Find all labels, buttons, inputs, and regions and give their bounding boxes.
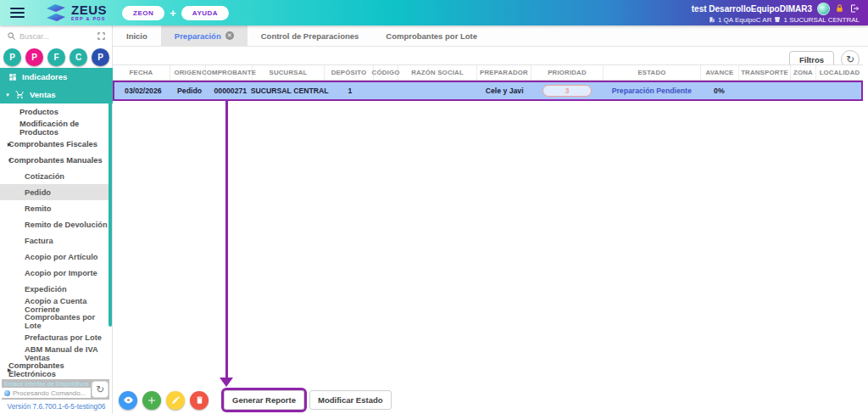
user-avatar[interactable] (817, 3, 830, 15)
table-row[interactable]: 03/02/2026Pedido00000271SUCURSAL CENTRAL… (113, 81, 863, 101)
ayuda-button[interactable]: AYUDA (181, 6, 229, 20)
expand-icon[interactable] (97, 31, 106, 41)
column-header-fecha[interactable]: FECHA (113, 65, 170, 80)
lock-icon[interactable] (835, 3, 844, 14)
cell-origen: Pedido (172, 82, 208, 99)
chevron-right-icon: ▶ (0, 142, 8, 147)
sidebar-item-label: Productos (19, 108, 58, 116)
sidebar-item-label: Acopio a Cuenta Corriente (25, 297, 109, 314)
view-button[interactable] (119, 391, 137, 410)
pencil-icon (171, 395, 181, 405)
quick-access-icons: PPFCP (0, 47, 113, 68)
user-box: test DesarrolloEquipoDIMAR3 1 QA EquipoC… (692, 3, 860, 24)
sidebar-item-remito-de-devolucion[interactable]: Remito de Devolución (0, 216, 109, 232)
sidebar-item-factura[interactable]: Factura (0, 232, 109, 249)
quick-icon-f-2[interactable]: F (47, 48, 65, 66)
sidebar-item-expedicion[interactable]: Expedición (0, 281, 109, 297)
chevron-down-icon: ▼ (5, 92, 10, 98)
quick-icon-p-4[interactable]: P (92, 48, 109, 66)
search-icon (7, 31, 16, 41)
sidebar-sections: Indicadores ▼ Ventas (0, 68, 113, 104)
sidebar-menu: ProductosModificación de Productos▶Compr… (0, 104, 109, 378)
sidebar-item-label: Acopio por Artículo (25, 253, 97, 261)
sidebar-item-ventas[interactable]: ▼ Ventas (0, 86, 113, 104)
logo-subtitle: ERP & POS (71, 17, 107, 22)
table-header: FECHAORIGENCOMPROBANTESUCURSALDEPÓSITOCÓ… (113, 64, 863, 81)
sidebar-item-label: Pedido (25, 188, 51, 197)
search-input[interactable] (19, 32, 86, 41)
store-icon (774, 16, 781, 23)
edit-button[interactable] (166, 391, 185, 410)
sidebar-item-abm-manual-de-iva-ventas[interactable]: ABM Manual de IVA Ventas (0, 345, 109, 361)
sidebar-item-acopio-por-articulo[interactable]: Acopio por Artículo (0, 249, 109, 265)
sidebar-item-label: Comprobantes Electrónicos (8, 361, 109, 378)
sidebar: PPFCP Indicadores ▼ Ventas ProductosModi… (0, 25, 113, 414)
building-icon (709, 16, 715, 23)
sidebar-item-label: Expedición (25, 285, 67, 294)
branch-label: 1 SUCURSAL CENTRAL (783, 16, 860, 24)
sidebar-item-modificacion-de-productos[interactable]: Modificación de Productos (0, 120, 109, 136)
column-header-preparador[interactable]: PREPARADOR (477, 65, 531, 80)
tab-label: Preparación (175, 31, 221, 41)
zeus-logo: ZEUS ERP & POS (45, 3, 107, 22)
logout-icon[interactable] (849, 3, 860, 14)
column-header-estado[interactable]: ESTADO (604, 65, 701, 80)
sidebar-item-productos[interactable]: Productos (0, 104, 109, 120)
cell-comprobante: 00000271 (207, 82, 253, 99)
tab-control-de-preparaciones[interactable]: Control de Preparaciones (248, 25, 373, 46)
add-button[interactable] (142, 391, 161, 410)
sidebar-item-comprobantes-fiscales[interactable]: ▶Comprobantes Fiscales (0, 136, 109, 152)
quick-icon-p-0[interactable]: P (3, 48, 21, 66)
column-header-codigo[interactable]: CÓDIGO (374, 65, 398, 80)
sidebar-item-acopio-a-cuenta-corriente[interactable]: Acopio a Cuenta Corriente (0, 297, 109, 313)
column-header-deposito[interactable]: DEPÓSITO (325, 65, 374, 80)
sidebar-item-label: Modificación de Productos (19, 120, 109, 137)
column-header-prioridad[interactable]: PRIORIDAD (531, 65, 604, 80)
quick-icon-c-3[interactable]: C (70, 48, 87, 66)
version-label: Versión 7.6.700.1-6-5-testing06 (0, 402, 113, 411)
column-header-origen[interactable]: ORIGEN (170, 65, 206, 80)
sidebar-item-label: Remito (25, 204, 52, 213)
tab-comprobantes-por-lote[interactable]: Comprobantes por Lote (372, 25, 491, 46)
add-module-button[interactable]: + (170, 7, 176, 20)
tab-preparacion[interactable]: Preparación✕ (161, 25, 248, 46)
chevron-right-icon: ▶ (0, 367, 8, 372)
column-header-sucursal[interactable]: SUCURSAL (253, 65, 325, 80)
cell-zona (789, 82, 815, 99)
cell-estado: Preparación Pendiente (604, 82, 700, 99)
sidebar-item-comprobantes-manuales[interactable]: ▼Comprobantes Manuales (0, 152, 109, 168)
dashboard-icon (8, 73, 17, 81)
eye-icon (123, 394, 134, 406)
column-header-razon-social[interactable]: RAZÓN SOCIAL (398, 65, 477, 80)
tab-inicio[interactable]: Inicio (113, 25, 161, 46)
sidebar-scrollbar[interactable] (108, 102, 112, 327)
zeus-logo-icon (45, 3, 67, 22)
sidebar-item-label: Cotización (25, 172, 64, 181)
column-header-transporte[interactable]: TRANSPORTE (739, 65, 791, 80)
sidebar-item-comprobantes-electronicos[interactable]: ▶Comprobantes Electrónicos (0, 361, 109, 378)
sidebar-item-remito[interactable]: Remito (0, 200, 109, 216)
column-header-avance[interactable]: AVANCE (701, 65, 739, 80)
device-box-title: Enlace Interfaz de Dispositivos (2, 379, 91, 388)
quick-icon-p-1[interactable]: P (25, 48, 43, 66)
sidebar-item-cotizacion[interactable]: Cotización (0, 168, 109, 184)
cell-prioridad: 3 (531, 82, 604, 99)
hamburger-menu-icon[interactable] (10, 8, 25, 18)
delete-button[interactable] (190, 391, 209, 410)
sidebar-item-comprobantes-por-lote[interactable]: Comprobantes por Lote (0, 313, 109, 329)
chevron-down-icon: ▼ (0, 158, 8, 163)
sidebar-item-indicadores[interactable]: Indicadores (0, 68, 113, 86)
close-tab-icon[interactable]: ✕ (225, 31, 234, 40)
column-header-comprobante[interactable]: COMPROBANTE (206, 65, 253, 80)
zeon-button[interactable]: ZEON (122, 6, 164, 20)
column-header-localidad[interactable]: LOCALIDAD (816, 65, 863, 80)
modificar-estado-button[interactable]: Modificar Estado (309, 390, 392, 410)
sidebar-item-acopio-por-importe[interactable]: Acopio por Importe (0, 265, 109, 281)
column-header-zona[interactable]: ZONA (791, 65, 816, 80)
device-status-icon (4, 390, 10, 396)
device-refresh-button[interactable]: ↻ (92, 381, 108, 398)
sidebar-item-prefacturas-por-lote[interactable]: Prefacturas por Lote (0, 329, 109, 345)
sidebar-item-pedido[interactable]: Pedido (0, 184, 109, 200)
plus-icon (147, 395, 157, 406)
generar-reporte-button[interactable]: Generar Reporte (224, 390, 304, 410)
